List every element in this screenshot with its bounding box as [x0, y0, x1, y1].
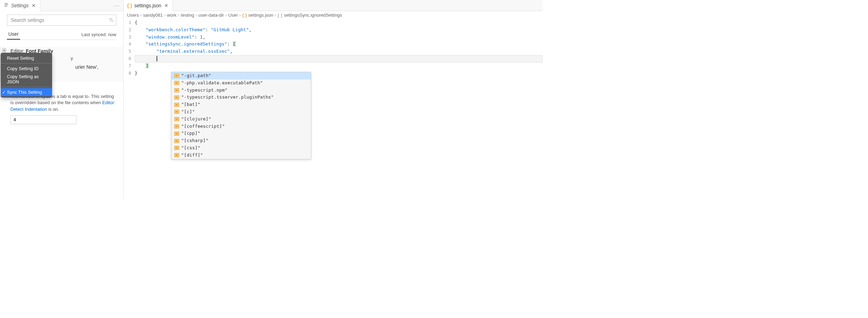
divider	[1, 87, 52, 87]
divider	[1, 63, 52, 64]
snippet-icon	[174, 124, 179, 128]
scope-row: User Last synced: now	[7, 29, 116, 40]
ctx-sync-this-setting[interactable]: ✓ Sync This Setting	[1, 88, 52, 96]
settings-pane: Settings ✕ ··· User Last synced: now Edi…	[0, 0, 123, 199]
scope-user-tab[interactable]: User	[7, 29, 20, 40]
svg-point-8	[3, 50, 5, 51]
breadcrumb-item[interactable]: sandy081	[143, 12, 162, 18]
snippet-icon	[174, 88, 179, 92]
breadcrumb-item[interactable]: user-data-dir	[198, 12, 224, 18]
chevron-right-icon: ›	[140, 12, 142, 18]
close-icon[interactable]: ✕	[31, 3, 36, 8]
suggest-item[interactable]: "-typescript.npm"	[172, 87, 311, 94]
suggest-item[interactable]: "-typescript.tsserver.pluginPaths"	[172, 94, 311, 101]
chevron-right-icon: ›	[178, 12, 179, 18]
snippet-icon	[174, 95, 179, 100]
editor-pane: { } settings.json ✕ Users› sandy081› wor…	[123, 0, 543, 199]
snippet-icon	[174, 103, 179, 107]
tab-json-label: settings.json	[134, 3, 161, 8]
snippet-icon	[174, 153, 179, 157]
suggest-item[interactable]: "[cpp]"	[172, 130, 311, 137]
chevron-right-icon: ›	[195, 12, 197, 18]
ctx-copy-setting-json[interactable]: Copy Setting as JSON	[1, 73, 52, 86]
ctx-reset-setting[interactable]: Reset Setting	[1, 54, 52, 62]
chevron-right-icon: ›	[164, 12, 166, 18]
suggest-item[interactable]: "[css]"	[172, 144, 311, 152]
sync-status: Last synced: now	[82, 30, 116, 39]
search-row	[7, 15, 116, 26]
tab-settings[interactable]: Settings ✕	[0, 0, 40, 11]
right-tab-bar: { } settings.json ✕	[124, 0, 543, 11]
json-braces-icon: { }	[242, 12, 247, 18]
snippet-icon	[174, 110, 179, 114]
tab-settings-label: Settings	[11, 3, 29, 8]
code-editor[interactable]: 12345678 { "workbench.colorTheme": "GitH…	[124, 19, 543, 77]
search-input[interactable]	[7, 15, 116, 26]
settings-list-icon	[3, 2, 9, 9]
text-cursor	[157, 56, 157, 61]
snippet-icon	[174, 132, 179, 136]
suggest-item[interactable]: "-php.validate.executablePath"	[172, 80, 311, 87]
line-number-gutter: 12345678	[124, 19, 135, 77]
modified-indicator	[0, 47, 0, 82]
code-content[interactable]: { "workbench.colorTheme": "GitHub Light"…	[135, 19, 543, 77]
snippet-icon	[174, 117, 179, 121]
breadcrumb-item[interactable]: Users	[127, 12, 139, 18]
chevron-right-icon: ›	[275, 12, 276, 18]
snippet-icon	[174, 74, 179, 78]
suggest-item[interactable]: "[csharp]"	[172, 137, 311, 144]
setting-context-menu: Reset Setting Copy Setting ID Copy Setti…	[1, 53, 52, 98]
check-icon: ✓	[2, 90, 6, 95]
snippet-icon	[174, 81, 179, 85]
breadcrumb-item[interactable]: settingsSync.ignoredSettings	[284, 12, 342, 18]
breadcrumb-item[interactable]: work	[167, 12, 176, 18]
suggest-widget: "-git.path" "-php.validate.executablePat…	[171, 72, 311, 159]
snippet-icon	[174, 146, 179, 150]
clear-filter-icon[interactable]	[108, 17, 114, 24]
snippet-icon	[174, 139, 179, 143]
breadcrumb-item[interactable]: User	[228, 12, 238, 18]
overflow-icon[interactable]: ···	[110, 3, 123, 8]
suggest-item[interactable]: "[bat]"	[172, 101, 311, 108]
suggest-item[interactable]: "[c]"	[172, 108, 311, 116]
breadcrumb: Users› sandy081› work› testing› user-dat…	[124, 11, 543, 19]
suggest-item[interactable]: "[clojure]"	[172, 116, 311, 123]
json-braces-icon: { }	[127, 3, 132, 8]
chevron-right-icon: ›	[239, 12, 241, 18]
suggest-item[interactable]: "[coffeescript]"	[172, 123, 311, 130]
breadcrumb-item[interactable]: settings.json	[248, 12, 273, 18]
suggest-item[interactable]: "[diff]"	[172, 152, 311, 159]
array-brackets-icon: [ ]	[278, 12, 283, 18]
suggest-item[interactable]: "-git.path"	[172, 72, 311, 80]
left-tab-bar: Settings ✕ ···	[0, 0, 123, 11]
breadcrumb-item[interactable]: testing	[181, 12, 194, 18]
setting-tab-size-input[interactable]	[10, 115, 76, 124]
chevron-right-icon: ›	[225, 12, 227, 18]
close-icon[interactable]: ✕	[164, 3, 169, 8]
tab-settings-json[interactable]: { } settings.json ✕	[124, 0, 173, 11]
ctx-copy-setting-id[interactable]: Copy Setting ID	[1, 65, 52, 73]
